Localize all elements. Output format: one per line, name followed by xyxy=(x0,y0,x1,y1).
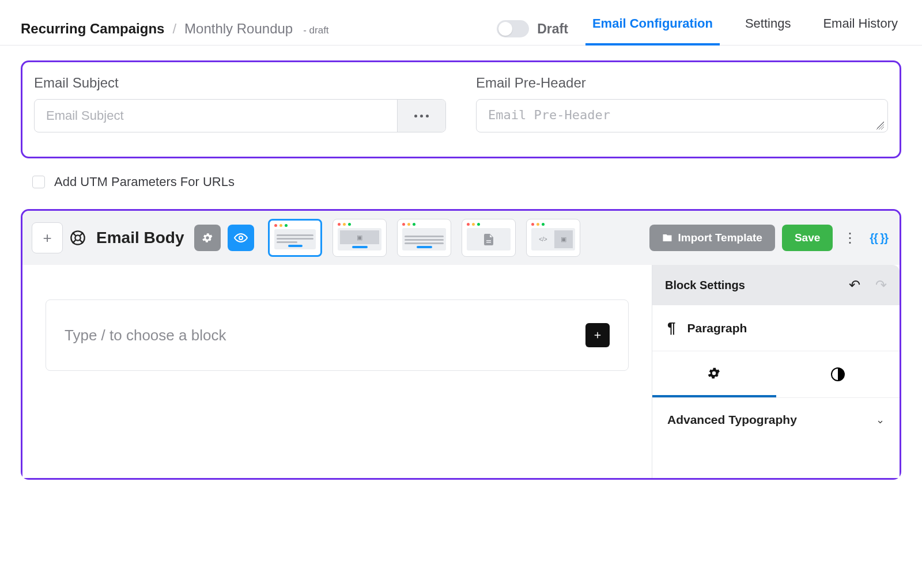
email-subject-group: Email Subject xyxy=(34,75,446,132)
email-preheader-label: Email Pre-Header xyxy=(476,75,888,91)
folder-icon xyxy=(662,233,672,243)
subject-preheader-section: Email Subject Email Pre-Header xyxy=(21,60,901,158)
accordion-label: Advanced Typography xyxy=(667,413,797,427)
editor-canvas[interactable]: Type / to choose a block xyxy=(22,265,652,478)
svg-line-5 xyxy=(80,240,84,244)
plus-icon xyxy=(592,330,603,340)
accordion-advanced-typography[interactable]: Advanced Typography ⌄ xyxy=(652,397,900,442)
draft-toggle-group: Draft xyxy=(497,20,568,37)
template-file[interactable] xyxy=(462,219,516,257)
import-template-button[interactable]: Import Template xyxy=(649,225,775,251)
draft-toggle[interactable] xyxy=(497,20,529,37)
svg-line-4 xyxy=(73,240,76,244)
editor-body: Type / to choose a block Block Settings … xyxy=(22,265,900,478)
utm-row: Add UTM Parameters For URLs xyxy=(32,174,922,189)
gear-icon xyxy=(706,366,721,381)
chevron-down-icon: ⌄ xyxy=(876,414,885,426)
editor-toolbar: + Email Body xyxy=(22,211,900,265)
undo-button[interactable]: ↶ xyxy=(849,277,860,293)
breadcrumb: Recurring Campaigns / Monthly Roundup - … xyxy=(21,21,329,37)
email-body-title: Email Body xyxy=(96,229,184,247)
svg-line-2 xyxy=(73,233,76,236)
svg-point-1 xyxy=(75,235,80,240)
contrast-icon xyxy=(831,367,845,381)
preview-button[interactable] xyxy=(228,225,254,251)
inspector-block-type: Paragraph xyxy=(687,321,747,335)
svg-point-6 xyxy=(239,236,243,240)
inspector-tabs xyxy=(652,351,900,397)
save-button[interactable]: Save xyxy=(782,225,833,251)
body-settings-button[interactable] xyxy=(194,225,221,251)
inspector-title: Block Settings xyxy=(665,279,745,292)
utm-checkbox[interactable] xyxy=(32,176,45,188)
block-inspector: Block Settings ↶ ↷ ¶ Paragraph xyxy=(652,265,900,478)
breadcrumb-suffix: - draft xyxy=(303,25,328,36)
utm-label: Add UTM Parameters For URLs xyxy=(54,174,235,189)
email-subject-input[interactable] xyxy=(35,100,397,132)
tab-settings[interactable]: Settings xyxy=(742,13,795,45)
subject-insert-variable-button[interactable] xyxy=(397,100,445,132)
insert-variable-button[interactable]: {{ }} xyxy=(867,232,890,245)
template-image[interactable]: ▣ xyxy=(332,219,387,257)
more-actions-button[interactable]: ⋮ xyxy=(840,230,860,246)
inspector-header: Block Settings ↶ ↷ xyxy=(652,265,900,305)
template-text[interactable] xyxy=(268,219,322,257)
inspector-block-type-row: ¶ Paragraph xyxy=(652,305,900,351)
undo-redo-group: ↶ ↷ xyxy=(849,277,887,293)
page-header: Recurring Campaigns / Monthly Roundup - … xyxy=(0,0,922,45)
email-preheader-group: Email Pre-Header xyxy=(476,75,888,132)
template-code-image[interactable]: </> ▣ xyxy=(526,219,580,257)
help-icon[interactable] xyxy=(70,230,86,246)
tab-email-history[interactable]: Email History xyxy=(819,13,901,45)
email-subject-label: Email Subject xyxy=(34,75,446,91)
redo-button[interactable]: ↷ xyxy=(875,277,887,293)
toolbar-right: Import Template Save ⋮ {{ }} xyxy=(649,225,890,251)
add-button[interactable]: + xyxy=(32,222,63,253)
inspector-tab-style[interactable] xyxy=(776,351,900,397)
template-thumbnails: ▣ </> ▣ xyxy=(268,219,580,257)
email-preheader-field xyxy=(476,99,888,132)
svg-line-3 xyxy=(80,233,84,236)
email-subject-input-row xyxy=(34,99,446,132)
breadcrumb-root[interactable]: Recurring Campaigns xyxy=(21,21,164,37)
resize-grip-icon xyxy=(876,122,884,130)
breadcrumb-separator: / xyxy=(172,21,176,37)
save-label: Save xyxy=(795,232,820,244)
top-tabs: Email Configuration Settings Email Histo… xyxy=(589,13,901,45)
email-preheader-input[interactable] xyxy=(488,100,876,132)
empty-block[interactable]: Type / to choose a block xyxy=(46,299,629,371)
paragraph-icon: ¶ xyxy=(667,319,675,337)
inspector-tab-settings[interactable] xyxy=(652,351,776,397)
tab-email-configuration[interactable]: Email Configuration xyxy=(589,13,716,45)
template-text-alt[interactable] xyxy=(397,219,451,257)
import-template-label: Import Template xyxy=(678,232,762,244)
header-right-group: Draft Email Configuration Settings Email… xyxy=(497,13,901,45)
toolbar-left: + Email Body xyxy=(32,219,580,257)
add-block-button[interactable] xyxy=(585,323,610,347)
draft-toggle-label: Draft xyxy=(537,21,568,37)
email-body-editor: + Email Body xyxy=(21,209,901,480)
block-placeholder: Type / to choose a block xyxy=(65,327,226,344)
breadcrumb-name: Monthly Roundup xyxy=(184,21,293,37)
